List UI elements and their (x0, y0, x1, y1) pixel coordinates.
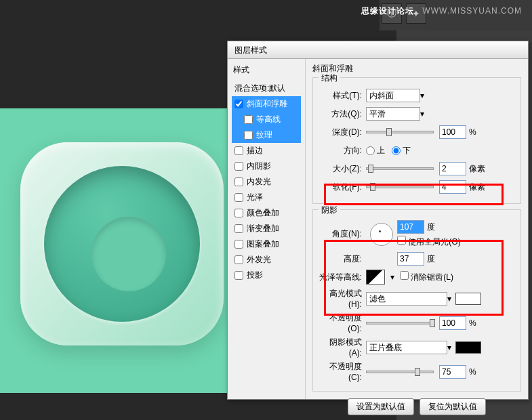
angle-dial[interactable] (370, 223, 393, 246)
style-checkbox[interactable] (234, 224, 243, 233)
direction-down[interactable]: 下 (392, 145, 411, 156)
style-item[interactable]: 外发光 (232, 252, 301, 268)
style-checkbox[interactable] (234, 209, 243, 217)
dropdown-icon[interactable]: ▾ (447, 343, 451, 352)
watermark-cn: 思缘设计论坛 (361, 6, 414, 16)
shadow-opacity-label: 不透明度(C): (319, 361, 366, 382)
style-item[interactable]: 等高线 (232, 112, 301, 127)
set-default-button[interactable]: 设置为默认值 (348, 398, 414, 415)
watermark: 思缘设计论坛 WWW.MISSYUAN.COM (361, 5, 522, 17)
gloss-contour[interactable] (366, 270, 385, 285)
style-checkbox[interactable] (234, 100, 243, 108)
dropdown-icon[interactable]: ▾ (420, 109, 424, 119)
style-item[interactable]: 投影 (232, 268, 301, 283)
icon-preview (20, 142, 224, 345)
style-item-label: 图案叠加 (247, 238, 279, 250)
style-item[interactable]: 内发光 (232, 174, 301, 190)
style-item-label: 描边 (247, 145, 263, 156)
style-item-label: 颜色叠加 (247, 207, 279, 219)
angle-label: 角度(N): (319, 228, 366, 240)
style-item-label: 光泽 (247, 192, 263, 203)
depth-slider[interactable] (366, 131, 434, 133)
style-checkbox[interactable] (234, 177, 243, 186)
settings-panel: 斜面和浮雕 结构 样式(T): 内斜面 ▾ 方法(Q): 平滑 ▾ 深度(D): (306, 59, 528, 399)
size-unit: 像素 (469, 163, 485, 175)
depth-unit: % (469, 127, 476, 137)
style-item-label: 内阴影 (247, 161, 271, 172)
angle-unit: 度 (427, 222, 435, 233)
shadow-opacity-slider[interactable] (366, 371, 434, 373)
dropdown-icon[interactable]: ▾ (390, 272, 394, 282)
style-checkbox[interactable] (234, 255, 243, 264)
style-item-label: 纹理 (256, 129, 272, 141)
highlight-mode-select[interactable]: 滤色 (366, 292, 447, 306)
icon-circle-outer (44, 166, 200, 322)
highlight-opacity-label: 不透明度(O): (319, 312, 366, 333)
angle-input[interactable] (397, 220, 424, 234)
altitude-label: 高度: (319, 253, 366, 265)
antialias-checkbox[interactable]: 消除锯齿(L) (400, 271, 453, 283)
icon-circle-inner (91, 217, 166, 291)
structure-title: 结构 (319, 72, 340, 84)
style-item-label: 斜面和浮雕 (247, 98, 287, 110)
style-checkbox[interactable] (234, 146, 243, 155)
dialog-title: 图层样式 (228, 41, 528, 59)
size-label: 大小(Z): (319, 163, 366, 175)
dropdown-icon[interactable]: ▾ (447, 294, 451, 303)
style-item[interactable]: 渐变叠加 (232, 221, 301, 236)
highlight-color[interactable] (455, 293, 481, 305)
style-item[interactable]: 光泽 (232, 190, 301, 205)
styles-list: 样式 混合选项:默认 斜面和浮雕等高线纹理描边内阴影内发光光泽颜色叠加渐变叠加图… (228, 59, 306, 399)
soften-unit: 像素 (469, 182, 485, 193)
soften-label: 软化(F): (319, 182, 366, 193)
shadow-color[interactable] (455, 341, 481, 354)
shadow-mode-select[interactable]: 正片叠底 (366, 341, 447, 354)
style-item[interactable]: 纹理 (232, 127, 301, 143)
shadow-group: 阴影 角度(N): 度 使用全局光(G) 高度: (312, 209, 521, 392)
shadow-title: 阴影 (319, 205, 340, 216)
style-checkbox[interactable] (234, 162, 243, 171)
altitude-input[interactable] (397, 252, 424, 266)
reset-default-button[interactable]: 复位为默认值 (420, 398, 486, 415)
direction-label: 方向: (319, 145, 366, 156)
watermark-en: WWW.MISSYUAN.COM (422, 6, 522, 16)
size-slider[interactable] (366, 167, 434, 170)
shadow-opacity-input[interactable] (439, 365, 466, 379)
style-item[interactable]: 图案叠加 (232, 236, 301, 252)
altitude-unit: 度 (427, 253, 435, 265)
method-select[interactable]: 平滑 (366, 107, 420, 121)
blend-options[interactable]: 混合选项:默认 (232, 81, 301, 96)
style-checkbox[interactable] (244, 115, 253, 124)
size-input[interactable] (439, 162, 466, 175)
method-label: 方法(Q): (319, 108, 366, 120)
style-item[interactable]: 内阴影 (232, 159, 301, 174)
style-checkbox[interactable] (234, 193, 243, 202)
style-item-label: 等高线 (256, 114, 281, 125)
style-item-label: 外发光 (247, 254, 271, 266)
style-item-label: 投影 (247, 270, 263, 281)
shadow-mode-label: 阴影模式(A): (319, 337, 366, 358)
panel-title: 斜面和浮雕 (312, 63, 521, 75)
soften-slider[interactable] (366, 186, 434, 188)
layer-style-dialog: 图层样式 样式 混合选项:默认 斜面和浮雕等高线纹理描边内阴影内发光光泽颜色叠加… (227, 41, 529, 400)
style-select[interactable]: 内斜面 (366, 89, 420, 102)
style-checkbox[interactable] (234, 240, 243, 249)
styles-header: 样式 (232, 63, 301, 77)
opacity-unit: % (469, 318, 476, 328)
depth-input[interactable] (439, 125, 466, 139)
style-checkbox[interactable] (244, 131, 253, 140)
style-label: 样式(T): (319, 90, 366, 102)
style-checkbox[interactable] (234, 271, 243, 280)
highlight-opacity-input[interactable] (439, 316, 466, 330)
global-light-checkbox[interactable]: 使用全局光(G) (397, 236, 461, 248)
style-item-label: 渐变叠加 (247, 223, 279, 234)
soften-input[interactable] (439, 180, 466, 194)
dropdown-icon[interactable]: ▾ (420, 91, 424, 100)
highlight-mode-label: 高光模式(H): (319, 288, 366, 309)
direction-up[interactable]: 上 (366, 145, 385, 156)
depth-label: 深度(D): (319, 127, 366, 138)
style-item[interactable]: 颜色叠加 (232, 205, 301, 221)
style-item[interactable]: 描边 (232, 143, 301, 159)
style-item[interactable]: 斜面和浮雕 (232, 96, 301, 112)
highlight-opacity-slider[interactable] (366, 322, 434, 324)
